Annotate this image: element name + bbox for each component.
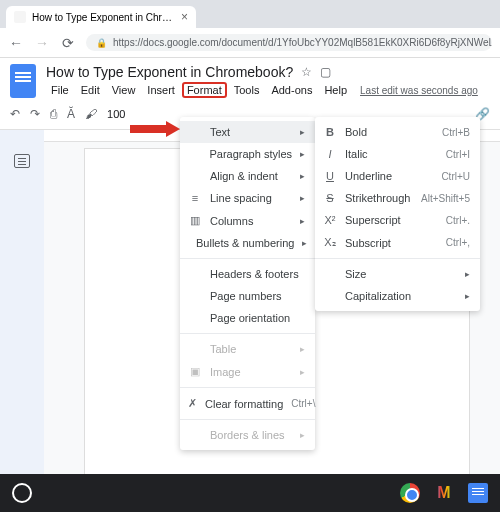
text-underline[interactable]: UUnderlineCtrl+U — [315, 165, 480, 187]
format-page-numbers[interactable]: Page numbers — [180, 285, 315, 307]
print-icon[interactable]: ⎙ — [50, 107, 57, 121]
format-headers-footers[interactable]: Headers & footers — [180, 263, 315, 285]
format-table: Table▸ — [180, 338, 315, 360]
format-paragraph-styles[interactable]: Paragraph styles▸ — [180, 143, 315, 165]
tab-favicon-icon — [14, 11, 26, 23]
format-page-orientation[interactable]: Page orientation — [180, 307, 315, 329]
menu-format[interactable]: Format — [182, 82, 227, 98]
url-bar[interactable]: 🔒 https://docs.google.com/document/d/1Yf… — [86, 34, 492, 51]
format-image: ▣Image▸ — [180, 360, 315, 383]
underline-icon: U — [323, 170, 337, 182]
menu-edit[interactable]: Edit — [76, 82, 105, 98]
spellcheck-icon[interactable]: Ă — [67, 107, 75, 121]
image-icon: ▣ — [188, 365, 202, 378]
left-gutter — [0, 130, 44, 480]
bold-icon: B — [323, 126, 337, 138]
subscript-icon: X₂ — [323, 236, 337, 249]
annotation-arrow — [130, 121, 180, 137]
chevron-right-icon: ▸ — [300, 127, 305, 137]
undo-icon[interactable]: ↶ — [10, 107, 20, 121]
tab-title: How to Type Exponent in Chrom — [32, 12, 175, 23]
forward-icon[interactable]: → — [34, 35, 50, 51]
strikethrough-icon: S — [323, 192, 337, 204]
format-borders-lines: Borders & lines▸ — [180, 424, 315, 446]
redo-icon[interactable]: ↷ — [30, 107, 40, 121]
move-icon[interactable]: ▢ — [320, 65, 331, 79]
chrome-icon[interactable] — [400, 483, 420, 503]
format-line-spacing[interactable]: ≡Line spacing▸ — [180, 187, 315, 209]
menu-tools[interactable]: Tools — [229, 82, 265, 98]
format-bullets-numbering[interactable]: Bullets & numbering▸ — [180, 232, 315, 254]
clear-format-icon: ✗ — [188, 397, 197, 410]
text-strikethrough[interactable]: SStrikethroughAlt+Shift+5 — [315, 187, 480, 209]
italic-icon: I — [323, 148, 337, 160]
text-superscript[interactable]: X²SuperscriptCtrl+. — [315, 209, 480, 231]
menu-help[interactable]: Help — [319, 82, 352, 98]
text-capitalization[interactable]: Capitalization▸ — [315, 285, 480, 307]
browser-tab[interactable]: How to Type Exponent in Chrom × — [6, 6, 196, 28]
launcher-icon[interactable] — [12, 483, 32, 503]
browser-chrome: How to Type Exponent in Chrom × ← → ⟳ 🔒 … — [0, 0, 500, 58]
text-size[interactable]: Size▸ — [315, 263, 480, 285]
text-subscript[interactable]: X₂SubscriptCtrl+, — [315, 231, 480, 254]
text-submenu: BBoldCtrl+B IItalicCtrl+I UUnderlineCtrl… — [315, 117, 480, 311]
zoom-select[interactable]: 100 — [107, 108, 125, 120]
menu-insert[interactable]: Insert — [142, 82, 180, 98]
menu-addons[interactable]: Add-ons — [266, 82, 317, 98]
menu-file[interactable]: File — [46, 82, 74, 98]
document-title[interactable]: How to Type Exponent in Chromebook? — [46, 64, 293, 80]
superscript-icon: X² — [323, 214, 337, 226]
format-columns[interactable]: ▥Columns▸ — [180, 209, 315, 232]
paint-format-icon[interactable]: 🖌 — [85, 107, 97, 121]
google-docs-icon[interactable] — [468, 483, 488, 503]
reload-icon[interactable]: ⟳ — [60, 35, 76, 51]
text-bold[interactable]: BBoldCtrl+B — [315, 121, 480, 143]
back-icon[interactable]: ← — [8, 35, 24, 51]
gmail-icon[interactable]: M — [434, 483, 454, 503]
url-text: https://docs.google.com/document/d/1YfoU… — [113, 37, 492, 48]
line-spacing-icon: ≡ — [188, 192, 202, 204]
columns-icon: ▥ — [188, 214, 202, 227]
menu-bar: File Edit View Insert Format Tools Add-o… — [46, 82, 490, 98]
taskbar: M — [0, 474, 500, 512]
lock-icon: 🔒 — [96, 38, 107, 48]
text-italic[interactable]: IItalicCtrl+I — [315, 143, 480, 165]
format-dropdown: Text ▸ Paragraph styles▸ Align & indent▸… — [180, 117, 315, 450]
tab-bar: How to Type Exponent in Chrom × — [0, 0, 500, 28]
nav-bar: ← → ⟳ 🔒 https://docs.google.com/document… — [0, 28, 500, 58]
last-edit-link[interactable]: Last edit was seconds ago — [360, 85, 478, 96]
format-align-indent[interactable]: Align & indent▸ — [180, 165, 315, 187]
star-icon[interactable]: ☆ — [301, 65, 312, 79]
format-clear-formatting[interactable]: ✗Clear formattingCtrl+\ — [180, 392, 315, 415]
menu-view[interactable]: View — [107, 82, 141, 98]
outline-icon[interactable] — [14, 154, 30, 168]
docs-logo-icon[interactable] — [10, 64, 36, 98]
tab-close-icon[interactable]: × — [181, 10, 188, 24]
format-text[interactable]: Text ▸ — [180, 121, 315, 143]
docs-header: How to Type Exponent in Chromebook? ☆ ▢ … — [0, 58, 500, 98]
